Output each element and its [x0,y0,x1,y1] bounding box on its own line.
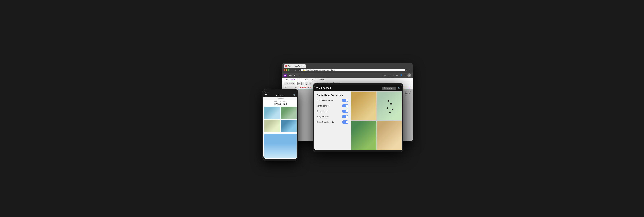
star-icon[interactable]: ☆ [406,69,408,71]
bold-button[interactable]: B [297,82,301,85]
screen-panel: SCREEN Screen1 ⚙ [405,90,412,97]
address-bar[interactable]: 🔒 https://test.create.powerapps.com/stud… [301,69,405,71]
battery-icon [268,91,270,93]
tablet-search-box[interactable]: Search... [382,87,396,90]
ribbon-group-new: New screen [284,82,296,85]
tablet-filter-row-4: Prolyte Office [316,115,348,118]
phone-pool-image [264,134,297,158]
screen-section-label: SCREEN [405,90,412,92]
menu-screen[interactable]: Screen [318,78,326,81]
user-avatar[interactable]: U [408,73,411,77]
menu-home[interactable]: Home [289,78,296,81]
new-screen-button[interactable]: New screen [284,82,296,85]
strikethrough-button[interactable]: S [308,82,312,85]
underline-button[interactable]: U [304,82,308,85]
powerapps-header: PowerApps ▾ App ↩ ↪ ▶ 👤 ? U [282,73,412,78]
equals-sign: fx [295,86,297,89]
powerapps-brand: PowerApps [288,74,298,76]
tablet-image-chairs [351,91,376,120]
menu-action[interactable]: Action [310,78,317,81]
screen-settings-icon[interactable]: ⚙ [405,94,407,97]
tablet-search-placeholder: Search... [384,87,394,89]
wifi-icon [266,91,268,93]
tablet-body: Costa Rica Properties Distribution partn… [314,91,402,150]
phone-app-title: MyTravel [268,94,292,96]
tablet-filters: Costa Rica Properties Distribution partn… [314,91,350,150]
tablet-filter-label-4: Prolyte Office [316,116,328,118]
map-pin-2 [390,103,392,105]
tablet-filter-label-3: Service point [316,110,328,112]
tablet-device: MyTravel Search... 🔍 Costa Rica Properti… [313,83,404,152]
redo-icon[interactable]: ↪ [392,74,394,76]
tablet-toggle-2[interactable] [342,104,348,107]
property-selector[interactable] [284,86,294,89]
tab-close-icon[interactable]: ✕ [303,65,304,67]
tablet-content-grid [350,91,402,150]
browser-dots [284,69,289,71]
phone-images [263,106,297,133]
close-dot[interactable] [284,69,285,71]
hamburger-icon[interactable]: ☰ [265,94,267,97]
phone-image-1 [264,107,280,119]
phone-device: ☰ MyTravel 🔍 Costa Rica April 12 to Apri… [262,89,298,161]
brand-chevron-icon: ▾ [300,74,300,76]
tablet-map [376,91,402,120]
url-text: https://test.create.powerapps.com/studio… [306,69,335,71]
tablet-toggle-5[interactable] [342,120,348,124]
minimize-dot[interactable] [286,69,287,71]
tablet-filter-row-1: Distribution partner [316,99,348,102]
tablet-toggle-4[interactable] [342,115,348,118]
ribbon-group-format: B I U S [297,82,313,85]
tablet-filter-label-1: Distribution partner [316,99,334,101]
italic-button[interactable]: I [301,82,304,85]
phone-country: Costa Rica [264,103,297,105]
tablet-image-interior [376,121,402,150]
browser-tab[interactable]: App - PowerApps ✕ [284,64,306,68]
menu-view[interactable]: View [304,78,310,81]
phone-date-range: April 12 to April 20 Costa Rica [263,100,297,106]
phone-screen: ☰ MyTravel 🔍 Costa Rica April 12 to Apri… [263,91,297,159]
map-pin-3 [387,107,388,109]
tablet-screen: MyTravel Search... 🔍 Costa Rica Properti… [314,85,402,150]
tab-favicon [286,65,287,67]
powerapps-logo [284,74,286,77]
play-icon[interactable]: ▶ [396,74,398,76]
phone-status-bar [263,91,297,93]
phone-dates: April 12 to April 20 [264,101,297,103]
map-pin-4 [392,109,393,110]
menu-bar: File Home Insert View Action Screen [282,78,412,82]
signal-icon [265,91,266,93]
tablet-toggle-3[interactable] [342,110,348,113]
map-pin-5 [389,112,391,113]
more-icon[interactable]: ⋮ [408,69,411,71]
app-label: App [383,74,386,76]
maximize-dot[interactable] [288,69,289,71]
person-icon[interactable]: 👤 [400,74,402,76]
formula-value: RGBA(0,0,0,1) [300,86,312,88]
scene: App - PowerApps ✕ ‹ › ↻ 🔒 https://test.c… [222,54,422,163]
lock-icon: 🔒 [303,69,305,71]
phone-image-4 [280,120,297,132]
forward-button[interactable]: › [294,68,297,71]
undo-icon[interactable]: ↩ [389,74,390,76]
browser-chrome: App - PowerApps ✕ ‹ › ↻ 🔒 https://test.c… [282,63,412,73]
back-button[interactable]: ‹ [290,68,294,71]
tablet-search-icon[interactable]: 🔍 [398,87,400,89]
phone-image-2 [280,107,297,119]
menu-file[interactable]: File [284,78,289,81]
tablet-toggle-1[interactable] [342,99,348,102]
menu-insert[interactable]: Insert [296,78,303,81]
tab-bar: App - PowerApps ✕ [284,64,411,68]
tablet-app-header: MyTravel Search... 🔍 [314,85,402,91]
tablet-properties-title: Costa Rica Properties [316,94,348,97]
browser-controls: ‹ › ↻ 🔒 https://test.create.powerapps.co… [284,68,411,72]
phone-search-icon[interactable]: 🔍 [293,94,296,97]
browser-actions: ☆ ⋮ [406,69,411,71]
tablet-filter-row-5: Sales/Reseller point [316,120,348,124]
help-icon[interactable]: ? [404,74,406,76]
phone-subtitle: Costa Rica [263,97,297,100]
tablet-filter-label-2: Rental partner [316,105,329,107]
refresh-button[interactable]: ↻ [298,68,301,71]
map-pin-1 [388,100,389,102]
formula-expand-icon[interactable]: ∨ [410,86,411,88]
